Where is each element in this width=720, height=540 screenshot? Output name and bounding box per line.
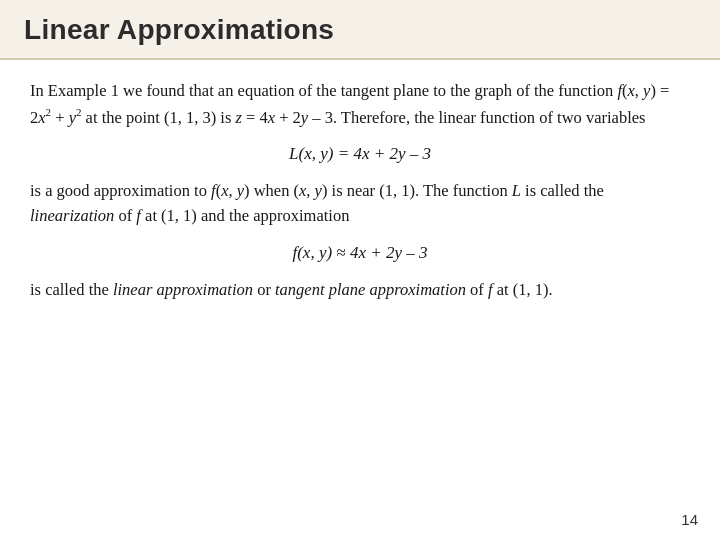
paragraph-3: is called the linear approximation or ta… [30,277,690,303]
page-number: 14 [681,511,698,528]
paragraph-1: In Example 1 we found that an equation o… [30,78,690,130]
slide: Linear Approximations In Example 1 we fo… [0,0,720,540]
equation-1: L(x, y) = 4x + 2y – 3 [30,144,690,164]
slide-title: Linear Approximations [24,14,334,45]
title-bar: Linear Approximations [0,0,720,60]
content-area: In Example 1 we found that an equation o… [0,60,720,332]
paragraph-2: is a good approximation to f(x, y) when … [30,178,690,229]
equation-2: f(x, y) ≈ 4x + 2y – 3 [30,243,690,263]
